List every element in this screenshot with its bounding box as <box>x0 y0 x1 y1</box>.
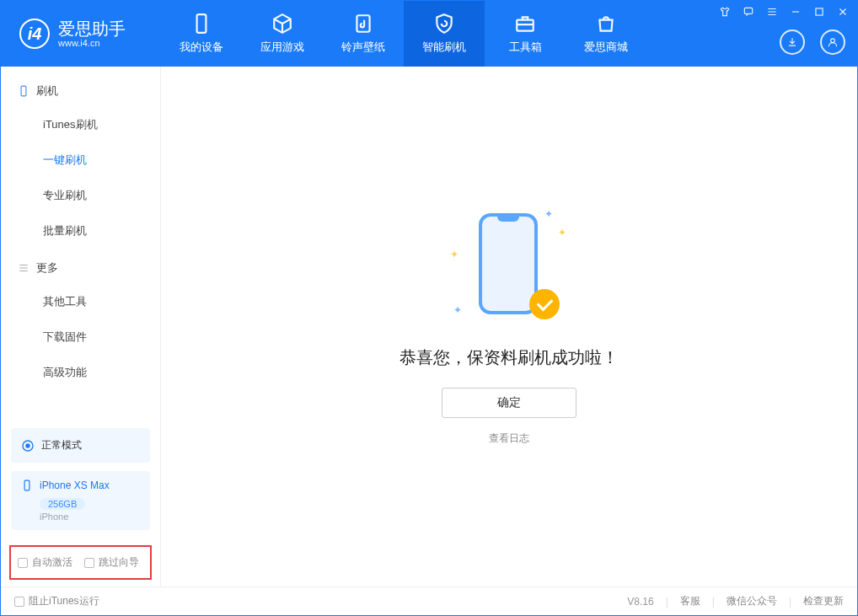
device-storage-badge: 256GB <box>40 498 85 510</box>
sparkle-icon: ✦ <box>450 249 458 260</box>
logo-text: 爱思助手 www.i4.cn <box>58 19 126 48</box>
separator: | <box>789 596 791 608</box>
sidebar-section-flash: 刷机 <box>1 72 160 107</box>
checkbox-icon <box>18 558 28 568</box>
device-mode-box[interactable]: 正常模式 <box>11 428 150 463</box>
checkbox-icon <box>84 558 94 568</box>
tab-store[interactable]: 爱思商城 <box>566 1 646 67</box>
update-link[interactable]: 检查更新 <box>803 594 844 608</box>
menu-icon[interactable] <box>766 6 778 18</box>
support-link[interactable]: 客服 <box>680 594 700 608</box>
tab-apps[interactable]: 应用游戏 <box>242 1 323 67</box>
svg-point-8 <box>26 444 29 447</box>
shield-refresh-icon <box>433 13 455 35</box>
tab-device[interactable]: 我的设备 <box>161 1 242 67</box>
list-icon <box>18 262 29 274</box>
sparkle-icon: ✦ <box>558 227 566 238</box>
sidebar-item-batch[interactable]: 批量刷机 <box>1 213 160 249</box>
device-icon <box>21 479 33 491</box>
phone-icon <box>190 13 212 35</box>
phone-small-icon <box>18 85 29 97</box>
ok-button[interactable]: 确定 <box>442 388 576 418</box>
section-title: 更多 <box>36 260 58 276</box>
mode-icon <box>21 439 35 453</box>
sparkle-icon: ✦ <box>544 208 553 220</box>
svg-point-5 <box>831 39 835 43</box>
sidebar-item-adv[interactable]: 高级功能 <box>1 355 160 390</box>
music-file-icon <box>352 13 374 35</box>
svg-rect-6 <box>21 86 26 96</box>
cube-icon <box>271 13 293 35</box>
checkbox-label: 阻止iTunes运行 <box>29 594 99 608</box>
tab-label: 铃声壁纸 <box>341 40 385 55</box>
logo-area: i4 爱思助手 www.i4.cn <box>1 1 161 67</box>
section-title: 刷机 <box>36 83 58 99</box>
sidebar-item-itunes[interactable]: iTunes刷机 <box>1 107 160 142</box>
window-controls <box>719 6 849 18</box>
tshirt-icon[interactable] <box>719 6 731 18</box>
toolbox-icon <box>514 13 536 35</box>
checkbox-label: 自动激活 <box>32 555 72 570</box>
separator: | <box>666 596 668 608</box>
success-illustration: ✦ ✦ ✦ ✦ <box>450 208 568 326</box>
sidebar-item-other[interactable]: 其他工具 <box>1 284 160 319</box>
svg-rect-4 <box>816 8 823 15</box>
tab-flash[interactable]: 智能刷机 <box>404 1 485 67</box>
device-info-box[interactable]: iPhone XS Max 256GB iPhone <box>11 471 150 530</box>
sidebar-section-more: 更多 <box>1 249 160 284</box>
logo-icon: i4 <box>19 19 50 49</box>
user-icon <box>827 36 839 48</box>
sidebar-item-fw[interactable]: 下载固件 <box>1 319 160 355</box>
download-icon <box>786 36 798 48</box>
phone-graphic <box>479 213 538 314</box>
options-box-highlighted: 自动激活 跳过向导 <box>9 545 152 580</box>
download-button[interactable] <box>780 29 805 55</box>
feedback-icon[interactable] <box>743 6 754 18</box>
window-controls-area <box>719 1 857 67</box>
app-name: 爱思助手 <box>58 19 126 38</box>
version-label: V8.16 <box>627 596 653 608</box>
view-log-link[interactable]: 查看日志 <box>489 431 529 446</box>
tab-label: 工具箱 <box>509 40 542 55</box>
svg-rect-3 <box>744 8 752 13</box>
sidebar-item-onekey[interactable]: 一键刷机 <box>1 142 160 178</box>
app-window: i4 爱思助手 www.i4.cn 我的设备 应用游戏 铃声壁纸 智能刷机 <box>0 0 858 616</box>
tab-label: 应用游戏 <box>260 40 304 55</box>
title-bar: i4 爱思助手 www.i4.cn 我的设备 应用游戏 铃声壁纸 智能刷机 <box>1 1 857 67</box>
minimize-icon[interactable] <box>790 6 802 18</box>
tab-label: 我的设备 <box>180 40 223 55</box>
device-type: iPhone <box>40 512 140 522</box>
separator: | <box>712 596 715 608</box>
main-content: ✦ ✦ ✦ ✦ 恭喜您，保资料刷机成功啦！ 确定 查看日志 <box>161 67 857 587</box>
checkbox-label: 跳过向导 <box>99 555 139 570</box>
checkbox-skip-setup[interactable]: 跳过向导 <box>84 555 139 570</box>
device-name: iPhone XS Max <box>40 479 110 491</box>
bag-icon <box>595 13 617 35</box>
nav-tabs: 我的设备 应用游戏 铃声壁纸 智能刷机 工具箱 爱思商城 <box>161 1 646 67</box>
account-button[interactable] <box>820 29 845 55</box>
sparkle-icon: ✦ <box>453 304 462 316</box>
status-bar: 阻止iTunes运行 V8.16 | 客服 | 微信公众号 | 检查更新 <box>1 587 857 615</box>
tab-label: 智能刷机 <box>422 40 466 55</box>
checkbox-auto-activate[interactable]: 自动激活 <box>18 555 72 570</box>
maximize-icon[interactable] <box>813 6 825 18</box>
checkbox-block-itunes[interactable]: 阻止iTunes运行 <box>14 594 99 608</box>
tab-ringtones[interactable]: 铃声壁纸 <box>323 1 404 67</box>
checkbox-icon <box>14 597 24 607</box>
svg-rect-9 <box>24 480 29 490</box>
svg-rect-0 <box>197 14 206 33</box>
success-headline: 恭喜您，保资料刷机成功啦！ <box>400 346 619 369</box>
body: 刷机 iTunes刷机 一键刷机 专业刷机 批量刷机 更多 其他工具 下载固件 … <box>1 67 857 587</box>
wechat-link[interactable]: 微信公众号 <box>727 594 777 608</box>
tab-tools[interactable]: 工具箱 <box>485 1 566 67</box>
close-icon[interactable] <box>837 6 849 18</box>
check-badge-icon <box>529 289 560 319</box>
app-url: www.i4.cn <box>58 38 126 48</box>
sidebar: 刷机 iTunes刷机 一键刷机 专业刷机 批量刷机 更多 其他工具 下载固件 … <box>1 67 161 587</box>
user-row <box>780 29 849 55</box>
tab-label: 爱思商城 <box>584 40 628 55</box>
sidebar-item-pro[interactable]: 专业刷机 <box>1 178 160 213</box>
device-mode-label: 正常模式 <box>41 438 82 453</box>
